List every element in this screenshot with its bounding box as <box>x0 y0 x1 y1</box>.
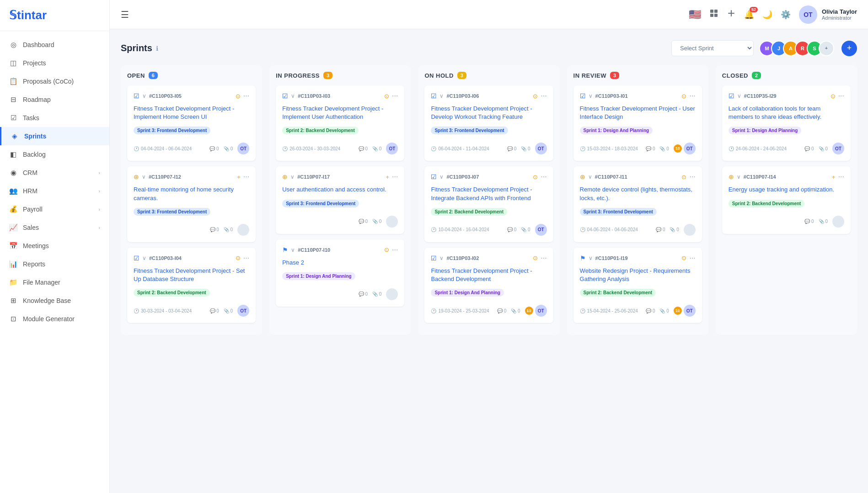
sidebar-item-label: Roadmap <box>23 96 51 103</box>
expand-icon: ∨ <box>290 174 295 180</box>
sprint-badge: Sprint 1: Design And Planning <box>729 127 802 134</box>
card-title[interactable]: Energy usage tracking and optimization. <box>729 186 844 194</box>
card-title[interactable]: Fitness Tracker Development Project - Us… <box>580 105 696 121</box>
card-c110p07-i17[interactable]: ⊕ ∨ #C110P07-I17 + ··· User authenticati… <box>276 166 404 233</box>
number-badge: 10 <box>674 144 682 153</box>
card-title[interactable]: Real-time monitoring of home security ca… <box>134 186 249 202</box>
sidebar-item-roadmap[interactable]: ⊟ Roadmap <box>0 90 109 109</box>
expand-icon: ∨ <box>142 255 146 261</box>
card-avatar-empty <box>237 224 249 236</box>
card-ticket-id: #C110P03-I02 <box>446 255 530 261</box>
page-title-info-icon[interactable]: ℹ <box>156 45 158 52</box>
card-menu-icon[interactable]: ··· <box>689 173 695 181</box>
user-profile[interactable]: OT Olivia Taylor Administrator <box>799 5 857 24</box>
dark-mode-icon[interactable]: 🌙 <box>762 10 772 20</box>
sidebar-item-sprints[interactable]: ◈ Sprints <box>0 127 109 145</box>
plus-grid-icon[interactable] <box>727 9 736 20</box>
card-menu-icon[interactable]: ··· <box>541 254 547 262</box>
card-c110p03-i04[interactable]: ☑ ∨ #C110P03-I04 ⊙ ··· Fitness Tracket D… <box>127 248 256 323</box>
card-menu-icon[interactable]: ··· <box>541 92 547 100</box>
card-menu-icon[interactable]: ··· <box>243 173 249 181</box>
comments-count: 💬 0 <box>804 219 814 224</box>
card-ticket-id: #C110P03-I06 <box>446 93 530 99</box>
card-title[interactable]: Website Redesign Project - Requirements … <box>580 267 696 283</box>
sidebar-item-payroll[interactable]: 💰 Payroll › <box>0 200 109 218</box>
settings-icon[interactable]: ⚙️ <box>781 10 791 20</box>
card-dates: 🕐 19-03-2024 - 25-03-2024 <box>431 308 489 313</box>
sidebar-item-tasks[interactable]: ☑ Tasks <box>0 109 109 127</box>
checkbox-icon: ☑ <box>431 92 437 100</box>
card-menu-icon[interactable]: ··· <box>689 254 695 262</box>
sidebar-item-file-manager[interactable]: 📁 File Manager <box>0 273 109 292</box>
language-flag-icon[interactable]: 🇺🇸 <box>689 9 701 21</box>
menu-toggle-button[interactable]: ☰ <box>121 9 129 20</box>
comments-count: 💬 0 <box>210 227 219 232</box>
add-sprint-button[interactable]: + <box>841 41 857 56</box>
notification-bell-icon[interactable]: 🔔 52 <box>744 10 754 20</box>
sprint-badge: Sprint 3: Frontend Development <box>580 208 657 216</box>
sidebar-item-dashboard[interactable]: ◎ Dashboard <box>0 36 109 54</box>
card-menu-icon[interactable]: ··· <box>838 92 844 100</box>
card-menu-icon[interactable]: ··· <box>838 173 844 181</box>
sidebar-item-hrm[interactable]: 👥 HRM › <box>0 182 109 200</box>
card-c110p07-i12[interactable]: ⊕ ∨ #C110P07-I12 + ··· Real-time monitor… <box>127 166 256 242</box>
card-menu-icon[interactable]: ··· <box>689 92 695 100</box>
card-menu-icon[interactable]: ··· <box>392 173 398 181</box>
card-title[interactable]: Phase 2 <box>282 259 398 267</box>
comments-count: 💬 0 <box>804 146 814 151</box>
clock-icon: 🕐 <box>431 146 436 151</box>
user-avatar-initials: OT <box>804 11 812 18</box>
card-ticket-id: #C110P07-I10 <box>298 247 381 253</box>
card-title[interactable]: Fitness Tracker Development Project - In… <box>431 186 547 202</box>
checkbox-icon: ☑ <box>729 92 734 100</box>
card-title[interactable]: Lack of collaboration tools for team mem… <box>729 105 844 121</box>
card-title[interactable]: Fitness Tracket Development Project - Im… <box>134 105 249 121</box>
card-c110p03-i02[interactable]: ☑ ∨ #C110P03-I02 ⊙ ··· Fitness Tracker D… <box>424 248 553 323</box>
sidebar-item-meetings[interactable]: 📅 Meetings <box>0 237 109 255</box>
card-meta: 💬 0 📎 0 10 OT <box>497 305 547 317</box>
checkbox-icon: ⚑ <box>580 254 586 262</box>
card-menu-icon[interactable]: ··· <box>243 92 249 100</box>
card-ticket-id: #C110P07-I11 <box>595 174 679 180</box>
sidebar-item-label: Sprints <box>24 133 46 140</box>
sidebar-item-reports[interactable]: 📊 Reports <box>0 255 109 273</box>
column-closed-badge: 2 <box>752 72 761 79</box>
sidebar-item-proposals[interactable]: 📋 Proposals (CoCo) <box>0 72 109 90</box>
number-badge: 10 <box>674 307 682 315</box>
card-c110p07-i10[interactable]: ⚑ ∨ #C110P07-I10 ⊙ ··· Phase 2 Sprint 1:… <box>276 239 404 307</box>
tasks-icon: ☑ <box>9 114 17 122</box>
expand-icon: ∨ <box>439 255 444 261</box>
card-title[interactable]: Fitness Tracker Development Project - Ba… <box>431 267 547 283</box>
card-menu-icon[interactable]: ··· <box>541 173 547 181</box>
sidebar-item-module-generator[interactable]: ⊡ Module Generator <box>0 310 109 328</box>
card-title[interactable]: Fitness Tracker Development Project - Im… <box>282 105 398 121</box>
card-c110p03-i06[interactable]: ☑ ∨ #C110P03-I06 ⊙ ··· Fitness Tracker D… <box>424 85 553 161</box>
card-c110p03-i03[interactable]: ☑ ∨ #C110P03-I03 ⊙ ··· Fitness Tracker D… <box>276 85 404 161</box>
card-menu-icon[interactable]: ··· <box>392 246 398 254</box>
card-menu-icon[interactable]: ··· <box>392 92 398 100</box>
user-name: Olivia Taylor <box>822 8 857 15</box>
sidebar-item-projects[interactable]: ◫ Projects <box>0 54 109 72</box>
card-c110p35-i29[interactable]: ☑ ∨ #C110P35-I29 ⊙ ··· Lack of collabora… <box>722 85 851 161</box>
card-c110p03-i07[interactable]: ☑ ∨ #C110P03-I07 ⊙ ··· Fitness Tracker D… <box>424 166 553 242</box>
sprint-select[interactable]: Select Sprint <box>671 40 754 56</box>
sidebar-item-sales[interactable]: 📈 Sales › <box>0 218 109 237</box>
clock-icon: 🕐 <box>580 146 585 151</box>
card-title[interactable]: Fitness Tracket Development Project - Se… <box>134 267 249 283</box>
grid-icon[interactable] <box>709 9 718 20</box>
comments-count: 💬 0 <box>359 219 368 224</box>
sidebar-item-backlog[interactable]: ◧ Backlog <box>0 145 109 164</box>
card-c110p01-i19[interactable]: ⚑ ∨ #C110P01-I19 ⊙ ··· Website Redesign … <box>573 248 702 323</box>
sidebar-item-knowledge-base[interactable]: ⊞ Knowledge Base <box>0 292 109 310</box>
card-c110p03-i01[interactable]: ☑ ∨ #C110P03-I01 ⊙ ··· Fitness Tracker D… <box>573 85 702 161</box>
card-c110p07-i14[interactable]: ⊕ ∨ #C110P07-I14 + ··· Energy usage trac… <box>722 166 851 233</box>
card-title[interactable]: Fitness Tracker Development Project - De… <box>431 105 547 121</box>
sprint-badge: Sprint 1: Design And Planning <box>431 289 504 297</box>
card-c110p07-i11[interactable]: ⊕ ∨ #C110P07-I11 ⊙ ··· Remote device con… <box>573 166 702 242</box>
sidebar-item-crm[interactable]: ◉ CRM › <box>0 164 109 182</box>
card-c110p03-i05[interactable]: ☑ ∨ #C110P03-I05 ⊙ ··· Fitness Tracket D… <box>127 85 256 161</box>
card-title[interactable]: User authentication and access control. <box>282 186 398 194</box>
logo[interactable]: 𝕊tintar <box>0 0 109 31</box>
card-title[interactable]: Remote device control (lights, thermosta… <box>580 186 696 202</box>
card-menu-icon[interactable]: ··· <box>243 254 249 262</box>
